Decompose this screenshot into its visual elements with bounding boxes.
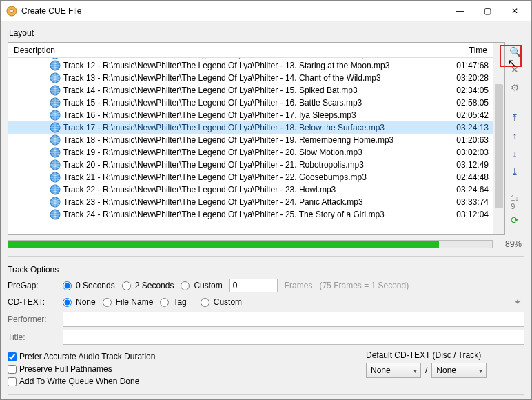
minimize-button[interactable]: — (446, 1, 473, 21)
pregap-label: PreGap: (8, 281, 56, 290)
table-row[interactable]: Track 16 - R:\music\New\Philter\The Lege… (8, 109, 493, 121)
cdtext-custom[interactable]: Custom (201, 297, 242, 307)
pregap-custom[interactable]: Custom (181, 281, 222, 290)
check-accurate-box[interactable] (8, 352, 17, 361)
track-icon (50, 58, 61, 59)
scrollbar-thumb[interactable] (495, 84, 503, 208)
cdtext-none-radio[interactable] (63, 298, 72, 307)
default-cdtext-label: Default CD-TEXT (Disc / Track) (366, 350, 524, 360)
cdtext-custom-radio[interactable] (201, 298, 209, 307)
track-icon (50, 197, 61, 208)
title-input[interactable] (63, 330, 524, 345)
cdtext-filename[interactable]: File Name (103, 297, 154, 307)
refresh-icon[interactable]: ⟳ (508, 213, 522, 227)
track-desc: Track 23 - R:\music\New\Philter\The Lege… (63, 197, 444, 207)
settings-icon[interactable]: ⚙ (508, 81, 522, 94)
table-row[interactable]: Track 19 - R:\music\New\Philter\The Lege… (8, 146, 493, 159)
title-label: Title: (8, 332, 56, 342)
track-desc: Track 13 - R:\music\New\Philter\The Lege… (63, 73, 444, 83)
track-desc: Track 22 - R:\music\New\Philter\The Lege… (63, 185, 444, 194)
table-row[interactable]: Track 22 - R:\music\New\Philter\The Lege… (8, 183, 493, 196)
check-queue-box[interactable] (8, 377, 17, 386)
track-time: 03:24:64 (444, 185, 493, 194)
track-icon (50, 134, 61, 146)
track-desc: Track 18 - R:\music\New\Philter\The Lege… (63, 135, 444, 145)
track-desc: Track 17 - R:\music\New\Philter\The Lege… (63, 123, 444, 132)
pregap-0sec-radio[interactable] (63, 281, 72, 290)
close-button[interactable]: ✕ (501, 1, 529, 21)
table-row[interactable]: Track 18 - R:\music\New\Philter\The Lege… (8, 134, 493, 146)
sort-icon[interactable]: 1↓9 (508, 195, 522, 209)
cdtext-tag[interactable]: Tag (160, 297, 186, 307)
default-cd-separator: / (425, 366, 427, 375)
track-desc: Track 14 - R:\music\New\Philter\The Lege… (63, 86, 444, 95)
table-row[interactable]: Track 14 - R:\music\New\Philter\The Lege… (8, 84, 493, 97)
track-desc: Track 16 - R:\music\New\Philter\The Lege… (63, 110, 444, 120)
move-top-icon[interactable]: ⤒ (508, 111, 522, 125)
frames-input[interactable] (229, 279, 278, 292)
track-desc: Track 20 - R:\music\New\Philter\The Lege… (63, 160, 444, 170)
cdtext-row: CD-TEXT: None File Name Tag Custom ✦ (8, 295, 524, 309)
cdtext-none[interactable]: None (63, 297, 96, 307)
titlebar: Create CUE File — ▢ ✕ (1, 1, 531, 21)
default-cd-track-select[interactable]: None (431, 363, 487, 378)
create-cue-window: Create CUE File — ▢ ✕ Layout Description… (0, 0, 532, 400)
col-time[interactable]: Time (444, 46, 493, 55)
check-paths-box[interactable] (8, 365, 17, 374)
wand-icon[interactable]: ✦ (511, 295, 524, 309)
track-desc: Track 15 - R:\music\New\Philter\The Lege… (63, 98, 444, 108)
move-bottom-icon[interactable]: ⤓ (508, 165, 522, 179)
track-icon (50, 85, 61, 96)
check-queue[interactable]: Add To Write Queue When Done (8, 375, 352, 388)
maximize-button[interactable]: ▢ (473, 1, 501, 21)
col-description[interactable]: Description (8, 46, 444, 55)
track-icon (50, 209, 61, 220)
pregap-0sec[interactable]: 0 Seconds (63, 281, 115, 290)
default-cd-disc-select[interactable]: None (366, 363, 421, 378)
track-time: 01:47:68 (444, 61, 493, 70)
pregap-custom-radio[interactable] (181, 281, 190, 290)
table-row[interactable]: Track 13 - R:\music\New\Philter\The Lege… (8, 72, 493, 84)
check-accurate[interactable]: Prefer Accurate Audio Track Duration (8, 350, 352, 363)
performer-input[interactable] (63, 312, 524, 327)
track-desc: Track 19 - R:\music\New\Philter\The Lege… (63, 148, 444, 157)
table-row[interactable]: Irack 11 - K:\music\New\Philter\Ihe Lege… (8, 58, 493, 59)
track-icon (50, 110, 61, 121)
pregap-2sec-radio[interactable] (122, 281, 131, 290)
track-time: 03:24:60 (444, 58, 493, 59)
track-icon (50, 159, 61, 170)
track-time: 03:20:28 (444, 73, 493, 83)
track-icon (50, 72, 61, 83)
table-row[interactable]: Track 24 - R:\music\New\Philter\The Lege… (8, 208, 493, 221)
table-row[interactable]: Track 21 - R:\music\New\Philter\The Lege… (8, 171, 493, 183)
progress-bar (8, 240, 493, 248)
performer-row: Performer: (8, 312, 524, 327)
track-list: Description Time Irack 11 - K:\music\New… (8, 42, 505, 235)
check-paths[interactable]: Preserve Full Pathnames (8, 363, 352, 375)
track-desc: Track 21 - R:\music\New\Philter\The Lege… (63, 172, 444, 182)
scrollbar-vertical[interactable] (493, 43, 504, 234)
table-row[interactable]: Track 12 - R:\music\New\Philter\The Lege… (8, 59, 493, 72)
app-icon (6, 6, 17, 17)
frames-label: Frames (285, 281, 313, 290)
table-row[interactable]: Track 17 - R:\music\New\Philter\The Lege… (8, 121, 493, 134)
track-time: 03:24:13 (444, 123, 493, 132)
pregap-row: PreGap: 0 Seconds 2 Seconds Custom Frame… (8, 279, 524, 292)
performer-label: Performer: (8, 314, 56, 324)
pregap-2sec[interactable]: 2 Seconds (122, 281, 174, 290)
table-row[interactable]: Track 15 - R:\music\New\Philter\The Lege… (8, 97, 493, 109)
move-up-icon[interactable]: ↑ (508, 129, 522, 143)
track-time: 02:34:05 (444, 86, 493, 95)
table-row[interactable]: Track 23 - R:\music\New\Philter\The Lege… (8, 196, 493, 208)
search-icon[interactable]: 🔍 (508, 45, 522, 59)
table-row[interactable]: Track 20 - R:\music\New\Philter\The Lege… (8, 159, 493, 171)
cdtext-filename-radio[interactable] (103, 298, 112, 307)
remove-icon[interactable]: ✕ (508, 63, 522, 77)
track-time: 01:20:63 (444, 135, 493, 145)
table-header: Description Time (8, 43, 493, 58)
cdtext-tag-radio[interactable] (160, 298, 169, 307)
window-title: Create CUE File (21, 6, 446, 16)
divider (8, 256, 524, 257)
move-down-icon[interactable]: ↓ (508, 147, 522, 161)
svg-point-1 (10, 9, 14, 12)
